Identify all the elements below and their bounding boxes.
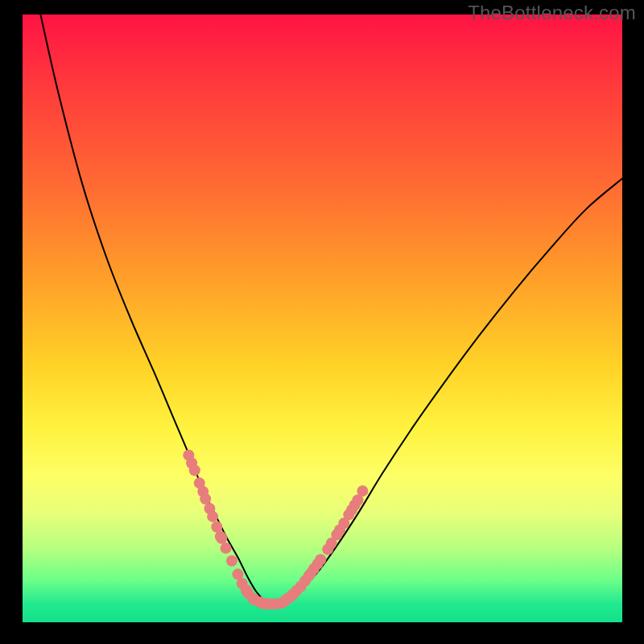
data-point	[211, 521, 222, 532]
data-point	[226, 555, 237, 567]
chart-frame: TheBottleneck.com	[0, 0, 644, 644]
data-point	[315, 554, 326, 565]
data-point	[189, 464, 200, 476]
data-point	[357, 485, 368, 497]
plot-area	[23, 14, 622, 622]
markers-right	[275, 485, 368, 609]
watermark-text: TheBottleneck.com	[468, 2, 636, 24]
curve-line	[40, 14, 622, 604]
data-point	[216, 533, 227, 544]
chart-svg	[23, 14, 622, 622]
data-point	[200, 493, 211, 505]
markers-left	[183, 449, 280, 609]
data-point	[221, 543, 232, 554]
data-point	[207, 511, 218, 522]
